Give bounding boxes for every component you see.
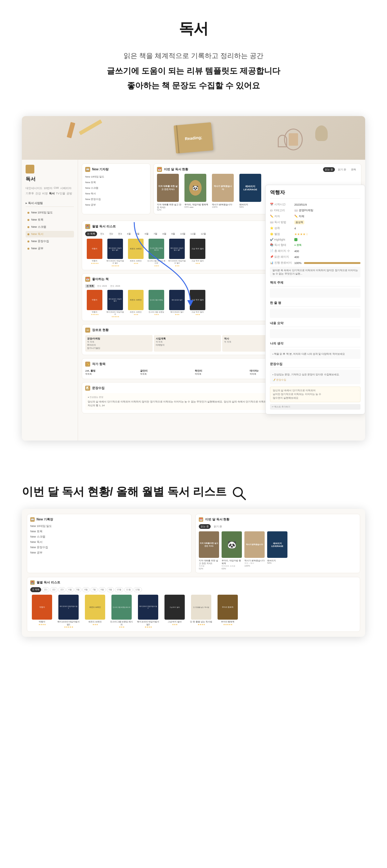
app2-new-item-6[interactable]: New 공부 [30,551,188,555]
app2-tab-m11[interactable]: 11월 [124,587,132,592]
fav-name-2: 해이코파리 대입마법서 [106,311,124,315]
tab-m6[interactable]: 6월 [143,231,150,236]
mini-cover-1: 역행자 [87,239,102,259]
tab-m5[interactable]: 5월 [134,231,141,236]
app2-tab-y1[interactable]: 연1 [42,587,49,592]
sidebar-item-new2[interactable]: New 토목 [26,217,74,223]
sidebar-item-new3[interactable]: New 스크랩 [26,224,74,230]
app2-tab-m8[interactable]: 8월 [99,587,106,592]
sidebar-app-title: 독서 [26,176,74,183]
ml-book-2: 해이코파리 대입마법서 달1 해이코파리 대입마법서 달1 ★★★★★ [57,595,80,628]
ml-title-1: 역행자 [39,621,45,623]
main-title: 독서 [6,19,381,39]
app2-tab-m6[interactable]: 6월 [82,587,90,592]
new-record-item-2[interactable]: New 토목 [85,180,147,185]
mini-cover-5: 해이코파리 대입마법서 달2 [169,239,185,259]
app2-tab-all[interactable]: 전 목록 [30,587,41,592]
app2-tab-m12[interactable]: 12월 [133,587,142,592]
sentence-collection-content: • 인상있는 문장, 기억하고 싶은 문장이 있다면 수집해보세요. 📝 문장수… [270,370,360,384]
ml-book-4: 인스타그램 브랜딩 레시피 인스타그램 브랜딩 레시피 ★★★ [110,595,133,628]
app2-tab-m4[interactable]: 4월 [66,587,73,592]
book-progress-2: 63% ●●● [184,206,209,208]
year-tab-2023[interactable]: 연도 2023 [96,284,108,288]
fav-book-6: 그냥 하지 말라 그냥 하지 말라 ★★★ [188,290,207,318]
new-record-item-1[interactable]: New 10데임 일도 [85,175,147,179]
ml-stars-7: ★★★★ [198,623,205,626]
tab-m12[interactable]: 12월 [199,231,208,236]
highlight-checkbox[interactable] [294,238,297,241]
mini-book-2: 해이코파리 대입마법서 달1 해이코파리 대입마법서 달1 ★★★★★ [106,239,124,267]
app2-tab-done[interactable]: 읽기 완 [212,524,224,529]
tab-m9[interactable]: 9월 [170,231,177,236]
tab-m7[interactable]: 7월 [152,231,159,236]
tab-done[interactable]: 완독 [349,167,358,172]
year-section-title: 좋아하는 책 [92,277,109,281]
app2-new-item-3[interactable]: New 스크랩 [30,535,188,539]
mini-stars-3: ★★★ [133,262,138,264]
fav-stars-1: ★★★★★ [91,313,99,315]
tab-all[interactable]: 전 목록 [85,231,97,236]
mini-name-5: 해이코파리 대입마법서 달2 [168,260,186,264]
tab-reading[interactable]: 읽는 중 [323,167,335,172]
app2-tab-m7[interactable]: 7월 [90,587,98,592]
tab-y1[interactable]: 연1 [98,231,106,236]
app2-tab-y2[interactable]: 연2 [50,587,57,592]
new-record-item-3[interactable]: New 스크랩 [85,186,147,190]
app2-new-record-title: New 기록장 [36,517,53,522]
fav-cover-6: 그냥 하지 말라 [190,290,205,310]
tab-m8[interactable]: 8월 [160,231,168,236]
second-section-title: 이번 달 독서 현황/ 올해 월별 독서 리스트 [22,484,227,499]
tab-read[interactable]: 읽기 완 [336,167,348,172]
new-record-item-6[interactable]: New 공부 [85,203,147,207]
writing-icon: ✏️ [85,362,90,367]
app2-tab-m10[interactable]: 10월 [115,587,123,592]
sentence-example: 당신의 삶 속에서 단기적으로 이득되어남지만 장기적으로 이득되는 이어지는 … [270,386,360,402]
book-card-1: 지저 대화를 위한 넓고 잔진 지식1 지저 대화를 위한 넓고 잔진 지식1 … [157,174,182,211]
app2-new-item-2[interactable]: New 토목 [30,529,188,533]
tab-m4[interactable]: 4월 [125,231,132,236]
app2-grid: 📖 New 기록장 New 10데임 일도 New 토목 New 스크랩 New… [27,514,360,573]
fav-name-3: 세컨드 브레인 [130,311,142,313]
tm-cover-1: 지저 대화를 위한 넓고 잔진 지식1 [199,531,219,558]
app2-tab-y3[interactable]: 연3 [58,587,65,592]
book-progress-1: 52% [157,209,182,211]
fav-book-5: 해이코파리 달2 해이코파리 달2 ★★★ [168,290,186,318]
sentence-collection-title: 문장수집 [270,362,360,368]
tab-m10[interactable]: 10월 [178,231,187,236]
app2-new-item-1[interactable]: New 10데임 일도 [30,524,188,528]
year-tab-2024[interactable]: 연도 2024 [109,284,121,288]
sidebar-item-new-record[interactable]: New 10데임 일도 [26,209,74,216]
search-icon-large [232,486,247,501]
tab-y2[interactable]: 연2 [107,231,115,236]
sidebar-item-new5[interactable]: New 문장수집 [26,238,74,245]
sidebar-item-new4[interactable]: New 독서 [26,231,74,238]
monthly-list-title: 월별 독서 리스트 [92,224,116,229]
new-record-item-5[interactable]: New 문장수집 [85,197,147,202]
fav-book-1: 역행자 역행자 ★★★★★ [85,290,104,318]
app2-tab-reading[interactable]: 읽는 중 [199,524,211,529]
ml-cover-6: 그냥 하지 말라 [165,595,185,620]
detail-row-read-pages: 📌 읽은 페이지 400 [270,255,360,259]
ml-book-3: 세컨드 브레인 세컨드 브레인 ★★★ [83,595,107,628]
topics-content [270,288,360,298]
mini-stars-4: ★★★ [154,265,159,267]
book-card-2: 🐼 푸마리, 대입마법 행복책 63% ●●● [184,174,209,211]
app2-new-item-4[interactable]: New 독서 [30,540,188,544]
app2-new-item-5[interactable]: New 문장수집 [30,546,188,550]
app2-monthly-list: 📚 월별 독서 리스트 전 목록 연1 연2 연3 4월 5월 6월 7월 8월… [27,577,360,632]
app2-tab-m5[interactable]: 5월 [75,587,82,592]
app-sidebar: 독서 대인네시이드 10번아 CMI 시베리아 기후투 건강 비영 독서 TV인… [22,160,78,440]
sidebar-item-new6[interactable]: New 공부 [26,245,74,252]
ml-title-8: 푸마리 행복책 [221,621,235,623]
ml-book-1: 역행자 역행자 ★★★★ [30,595,54,628]
writer-3: 독만리 책목록 [195,369,248,376]
ml-stars-2: ★★★★★ [64,626,73,628]
ml-title-7: 단 한 줄을 남는 독서법 [190,621,212,623]
year-tab-all[interactable]: 전 목록 [85,284,95,288]
app-screenshot-1: Reading; 독서 대인네시이드 10번아 CMI 시베리아 기후투 건강 [22,116,365,440]
new-record-item-4[interactable]: New 독서 [85,191,147,196]
app2-tab-m9[interactable]: 9월 [107,587,114,592]
tab-y3[interactable]: 연3 [116,231,124,236]
fav-name-6: 그냥 하지 말라 [191,311,204,313]
tab-m11[interactable]: 11월 [188,231,198,236]
